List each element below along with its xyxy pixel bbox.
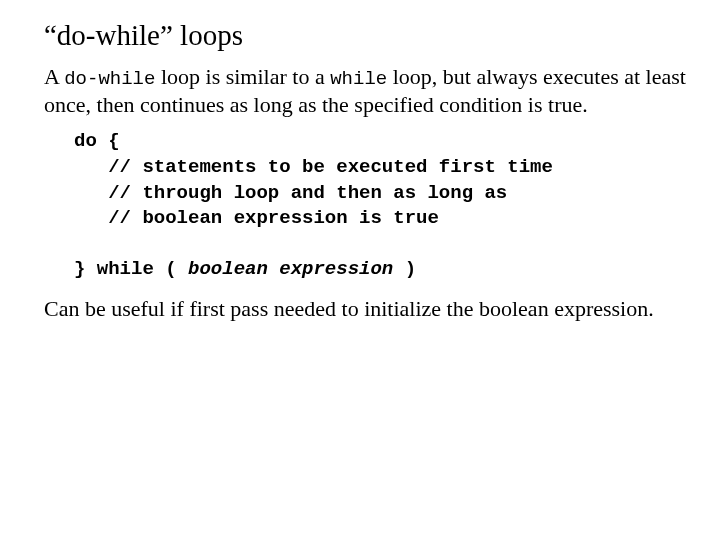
code-line: } while ( <box>74 258 188 280</box>
code-block: do { // statements to be executed first … <box>74 129 686 283</box>
code-inline-while: while <box>330 68 387 90</box>
code-line: // boolean expression is true <box>74 207 439 229</box>
slide: “do-while” loops A do-while loop is simi… <box>0 0 720 353</box>
intro-paragraph: A do-while loop is similar to a while lo… <box>44 63 686 119</box>
code-line: // statements to be executed first time <box>74 156 553 178</box>
code-line: do { <box>74 130 120 152</box>
text-run: loop is similar to a <box>155 64 330 89</box>
code-inline-do-while: do-while <box>64 68 155 90</box>
slide-title: “do-while” loops <box>44 18 686 53</box>
code-italic: boolean expression <box>188 258 393 280</box>
code-line: ) <box>393 258 416 280</box>
code-line: // through loop and then as long as <box>74 182 507 204</box>
text-run: A <box>44 64 64 89</box>
closing-paragraph: Can be useful if first pass needed to in… <box>44 295 686 323</box>
